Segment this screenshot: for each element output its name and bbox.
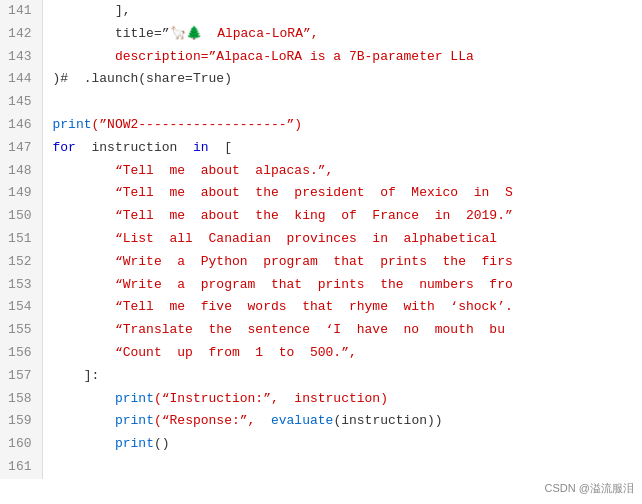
- code-token: print: [53, 117, 92, 132]
- line-number: 152: [0, 251, 42, 274]
- code-token: “Count up from 1 to 500.”,: [53, 345, 357, 360]
- table-row: 151 “List all Canadian provinces in alph…: [0, 228, 642, 251]
- line-content: “Write a Python program that prints the …: [42, 251, 642, 274]
- table-row: 145: [0, 91, 642, 114]
- line-content: print(“Instruction:”, instruction): [42, 388, 642, 411]
- line-number: 148: [0, 160, 42, 183]
- code-token: )# .launch(share=True): [53, 71, 232, 86]
- line-content: for instruction in [: [42, 137, 642, 160]
- code-token: “Tell me about the king of France in 201…: [53, 208, 513, 223]
- line-number: 150: [0, 205, 42, 228]
- table-row: 153 “Write a program that prints the num…: [0, 274, 642, 297]
- code-token: (“Instruction:”, instruction): [154, 391, 388, 406]
- line-content: “Tell me about the president of Mexico i…: [42, 182, 642, 205]
- line-number: 161: [0, 456, 42, 479]
- code-token: ],: [53, 3, 131, 18]
- line-content: print(“Response:”, evaluate(instruction)…: [42, 410, 642, 433]
- code-token: “Translate the sentence ‘I have no mouth…: [53, 322, 505, 337]
- code-token: in: [193, 140, 209, 155]
- line-number: 154: [0, 296, 42, 319]
- table-row: 144)# .launch(share=True): [0, 68, 642, 91]
- code-token: “Tell me about alpacas.”,: [53, 163, 334, 178]
- line-number: 151: [0, 228, 42, 251]
- table-row: 159 print(“Response:”, evaluate(instruct…: [0, 410, 642, 433]
- line-number: 153: [0, 274, 42, 297]
- code-token: print: [115, 436, 154, 451]
- line-content: “Tell me about alpacas.”,: [42, 160, 642, 183]
- line-content: )# .launch(share=True): [42, 68, 642, 91]
- line-number: 159: [0, 410, 42, 433]
- code-table: 141 ],142 title=”🦙🌲 Alpaca-LoRA”,143 des…: [0, 0, 642, 479]
- code-container: 141 ],142 title=”🦙🌲 Alpaca-LoRA”,143 des…: [0, 0, 642, 504]
- line-number: 141: [0, 0, 42, 23]
- line-number: 143: [0, 46, 42, 69]
- code-token: “Write a program that prints the numbers…: [53, 277, 513, 292]
- code-token: evaluate: [271, 413, 333, 428]
- code-token: 🦙🌲: [170, 26, 202, 41]
- line-number: 144: [0, 68, 42, 91]
- table-row: 141 ],: [0, 0, 642, 23]
- code-token: “List all Canadian provinces in alphabet…: [53, 231, 498, 246]
- code-token: description=”Alpaca-LoRA is a 7B-paramet…: [53, 49, 474, 64]
- table-row: 148 “Tell me about alpacas.”,: [0, 160, 642, 183]
- line-number: 149: [0, 182, 42, 205]
- code-token: for: [53, 140, 76, 155]
- line-content: ],: [42, 0, 642, 23]
- code-token: (instruction)): [333, 413, 442, 428]
- code-token: print: [115, 413, 154, 428]
- code-token: “Write a Python program that prints the …: [53, 254, 513, 269]
- line-content: description=”Alpaca-LoRA is a 7B-paramet…: [42, 46, 642, 69]
- line-content: “List all Canadian provinces in alphabet…: [42, 228, 642, 251]
- code-token: title=”: [53, 26, 170, 41]
- table-row: 158 print(“Instruction:”, instruction): [0, 388, 642, 411]
- table-row: 160 print(): [0, 433, 642, 456]
- table-row: 156 “Count up from 1 to 500.”,: [0, 342, 642, 365]
- table-row: 146print(”NOW2-------------------”): [0, 114, 642, 137]
- code-token: [53, 436, 115, 451]
- line-content: “Count up from 1 to 500.”,: [42, 342, 642, 365]
- line-content: ]:: [42, 365, 642, 388]
- line-content: [42, 456, 642, 479]
- table-row: 161: [0, 456, 642, 479]
- watermark-text: CSDN @溢流服泪: [545, 480, 634, 498]
- line-content: print(”NOW2-------------------”): [42, 114, 642, 137]
- code-token: “Tell me about the president of Mexico i…: [53, 185, 513, 200]
- code-token: Alpaca-LoRA”,: [202, 26, 319, 41]
- table-row: 142 title=”🦙🌲 Alpaca-LoRA”,: [0, 23, 642, 46]
- line-number: 156: [0, 342, 42, 365]
- code-token: ]:: [53, 368, 100, 383]
- code-token: [: [209, 140, 232, 155]
- line-content: “Tell me five words that rhyme with ‘sho…: [42, 296, 642, 319]
- table-row: 147for instruction in [: [0, 137, 642, 160]
- line-number: 147: [0, 137, 42, 160]
- table-row: 154 “Tell me five words that rhyme with …: [0, 296, 642, 319]
- line-content: “Translate the sentence ‘I have no mouth…: [42, 319, 642, 342]
- code-token: [53, 391, 115, 406]
- table-row: 149 “Tell me about the president of Mexi…: [0, 182, 642, 205]
- line-content: “Write a program that prints the numbers…: [42, 274, 642, 297]
- table-row: 155 “Translate the sentence ‘I have no m…: [0, 319, 642, 342]
- code-token: (“Response:”,: [154, 413, 271, 428]
- line-number: 155: [0, 319, 42, 342]
- line-number: 160: [0, 433, 42, 456]
- line-content: [42, 91, 642, 114]
- line-content: print(): [42, 433, 642, 456]
- line-number: 142: [0, 23, 42, 46]
- table-row: 150 “Tell me about the king of France in…: [0, 205, 642, 228]
- line-number: 145: [0, 91, 42, 114]
- code-token: [53, 413, 115, 428]
- code-token: (”NOW2-------------------”): [92, 117, 303, 132]
- line-number: 157: [0, 365, 42, 388]
- line-content: title=”🦙🌲 Alpaca-LoRA”,: [42, 23, 642, 46]
- code-token: print: [115, 391, 154, 406]
- table-row: 143 description=”Alpaca-LoRA is a 7B-par…: [0, 46, 642, 69]
- code-token: “Tell me five words that rhyme with ‘sho…: [53, 299, 513, 314]
- table-row: 152 “Write a Python program that prints …: [0, 251, 642, 274]
- code-token: instruction: [76, 140, 193, 155]
- code-token: (): [154, 436, 170, 451]
- line-number: 158: [0, 388, 42, 411]
- line-content: “Tell me about the king of France in 201…: [42, 205, 642, 228]
- table-row: 157 ]:: [0, 365, 642, 388]
- line-number: 146: [0, 114, 42, 137]
